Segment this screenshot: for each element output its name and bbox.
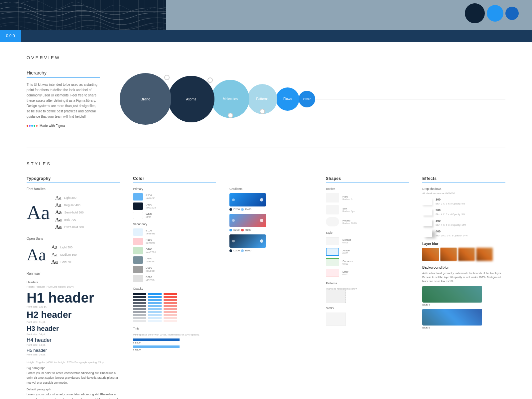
swatch-hex: #d2d6df [146,269,155,272]
h2-sample: H2 header [27,310,120,320]
gradient-2 [229,214,266,227]
tint-bar [133,345,180,348]
opacity-bar [148,296,162,298]
swatch-name: White [146,212,152,215]
headers-section: Headers Height: Regular | 400 Line heigh… [27,281,120,356]
patterns-meta: Thanks to heropatterns.com ♥ [326,288,409,290]
h3-sample: H3 header [27,325,120,332]
gradient-dot-left [232,240,235,242]
hierarchy-circles: Brand Atoms Molecules Patterns Flows [120,73,505,125]
gradients-label: Gradients [229,187,313,191]
font-small-samples2: Aa Light 300 Aa Medium 500 Aa Bold 700 [51,244,76,265]
overview-content: Hierarchy This UI kit was intended to be… [27,70,505,128]
opacity-bar [164,305,177,307]
default-paragraph-label: Default paragraph [27,388,120,391]
opacity-bar [133,302,146,304]
circle-atoms: Atoms [168,76,214,122]
styles-section: STYLES Typography Font families Aa Aa Li… [27,161,505,399]
background-blur-section: Background blur Adds a blur to all geome… [422,266,505,329]
opacity-bar [148,299,162,301]
hierarchy-title: Hierarchy [27,70,100,78]
paragraph-section: Height: Regular | 400 Line height: 125% … [27,361,120,399]
gradient-boxes: D200 D400 [229,193,313,253]
blur-images [422,248,505,261]
headers-meta: Height: Regular | 400 Line height: 100% [27,285,120,288]
blur-overlay [422,286,482,303]
font-sample-bold: Aa Bold 700 [55,217,84,223]
styles-title: STYLES [27,161,505,166]
opacity-bar [164,314,177,316]
circle-flows: Flows [276,87,299,111]
style-label: Style [326,231,409,234]
gradient-legend-2: B200 R100 [229,228,313,232]
circle-other: Other [299,91,315,107]
font-families-label: Font families [27,187,120,191]
border-section: Border Hard Radius: 0 Soft Radius: 3px [326,187,409,226]
font-big-sample: Aa [27,202,50,222]
circle-dot [207,77,213,83]
opacity-bar [148,320,162,322]
blur-image-2 [440,248,457,261]
circle-dot [164,75,170,80]
shape-soft-box [326,205,339,214]
opacity-bar [148,305,162,307]
opacity-bars-container [133,293,216,322]
swatch-box-white [133,212,143,219]
layer-blur-label: Layer blur [422,242,505,246]
swatch-name: D300 [146,276,155,279]
h4-note: Font size: 34 pt. [27,343,120,346]
decorative-circle-dark [465,3,485,23]
font-name-rannway: Rannway [27,272,120,275]
effects-title: Effects [422,176,505,183]
secondary-label: Secondary [133,222,216,226]
gradient-dot-right [260,198,263,201]
circle-dot [228,113,233,118]
effects-column: Effects Drop shadows All shadows use ● #… [422,176,505,399]
swatch-hex: #f520f8 [146,279,155,282]
gradient-dot-left [232,219,235,222]
font-sample-bold2: Aa Bold 700 [51,259,76,265]
blur-image-4 [476,248,493,261]
patterns-section: Patterns Thanks to heropatterns.com ♥ [326,282,409,303]
overview-title: OVERVIEW [27,55,505,60]
circle-brand: Brand [120,73,171,125]
legend-dot [229,208,232,211]
shadow-box-200 [422,208,432,215]
legend-dot [241,208,244,211]
swatch-box [133,247,143,254]
svgs-label: SVG's [326,307,409,310]
h5-note: Font size: 24 pt. [27,353,120,356]
svgs-section: SVG's [326,307,409,326]
opacity-red-bars [164,293,177,322]
h1-sample: H1 header [27,291,120,305]
shadow-400: 400 Blur: 10 X: 5 Y: 8 Opacity: 24% [422,229,505,237]
swatch-box [133,266,143,273]
h3-note: Font size: 54 pt. [27,333,120,336]
font-sample-regular: Aa Regular 400 [55,202,84,208]
opacity-bar [133,305,146,307]
hierarchy-section: Hierarchy This UI kit was intended to be… [27,70,100,128]
figma-icon [27,125,38,127]
font-display-rannway: Aa Aa Light 300 Aa Medium 500 Aa Bold 70 [27,244,120,265]
swatch-name: D100 [146,257,155,260]
gradient-legend-3: D200 B100 [229,249,313,253]
shapes-title: Shapes [326,176,409,183]
big-paragraph-text: Lorem ipsum dolor sit amet, consectetur … [27,371,120,385]
font-small-samples: Aa Light 300 Aa Regular 400 Aa Semi-bold… [55,195,84,230]
circle-molecules: Molecules [211,80,249,118]
blur-image-3 [458,248,475,261]
opacity-bar [133,299,146,301]
typography-title: Typography [27,176,120,183]
opacity-bar [164,317,177,319]
font-sample-extrabold: Aa Extra-bold 800 [55,224,84,230]
swatch-name: B200 [146,194,155,197]
opacity-label: Opacity [133,287,216,290]
bg-blur-row-2: Blur: 8 [422,309,505,329]
swatch-box [133,228,143,236]
tints-bars: ● B200 ● R100 [133,338,216,351]
swatch-hex: #ffffff [146,215,152,218]
swatch-r100: R100 #ef9a9a [133,238,216,245]
layer-blur-section: Layer blur [422,242,505,261]
shape-round-box [326,217,339,226]
typography-column: Typography Font families Aa Aa Light 300… [27,176,120,399]
